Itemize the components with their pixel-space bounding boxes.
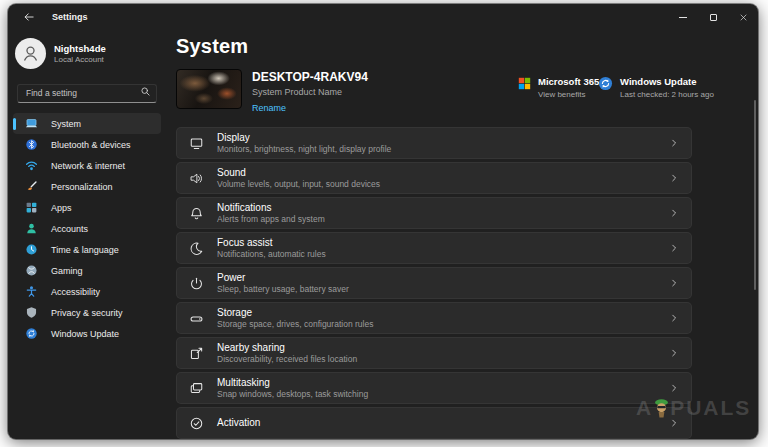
system-icon [25, 117, 38, 130]
personalization-icon [25, 180, 38, 193]
display-icon [189, 136, 204, 151]
chevron-right-icon [669, 278, 679, 288]
windows-update-icon [25, 327, 38, 340]
last-checked-status: Last checked: 2 hours ago [620, 90, 714, 99]
notifications-icon [189, 206, 204, 221]
settings-row-nearby-sharing[interactable]: Nearby sharing Discoverability, received… [176, 337, 692, 369]
search-input[interactable] [17, 84, 157, 103]
settings-row-description: Alerts from apps and system [217, 214, 325, 224]
microsoft-365-block[interactable]: Microsoft 365 View benefits [518, 76, 599, 99]
sidebar: Nightsh4de Local Account System [8, 30, 166, 439]
settings-row-title: Notifications [217, 202, 325, 213]
chevron-right-icon [669, 383, 679, 393]
ms365-title: Microsoft 365 [538, 76, 599, 87]
settings-row-title: Sound [217, 167, 380, 178]
settings-row-storage[interactable]: Storage Storage space, drives, configura… [176, 302, 692, 334]
titlebar: Settings [8, 4, 758, 30]
sidebar-item-label: Personalization [51, 182, 113, 192]
sidebar-item-gaming[interactable]: Gaming [13, 260, 161, 281]
close-icon [739, 13, 748, 22]
device-product-name: System Product Name [252, 87, 368, 97]
sidebar-item-system[interactable]: System [13, 113, 161, 134]
chevron-right-icon [669, 313, 679, 323]
settings-row-notifications[interactable]: Notifications Alerts from apps and syste… [176, 197, 692, 229]
user-account[interactable]: Nightsh4de Local Account [15, 38, 166, 69]
sidebar-item-label: Windows Update [51, 329, 119, 339]
minimize-icon [679, 17, 687, 18]
settings-row-title: Focus assist [217, 237, 326, 248]
settings-row-description: Discoverability, received files location [217, 354, 357, 364]
chevron-right-icon [669, 208, 679, 218]
gaming-icon [25, 264, 38, 277]
sidebar-item-windows-update[interactable]: Windows Update [13, 323, 161, 344]
microsoft-logo-icon [518, 77, 531, 90]
nearby-sharing-icon [189, 346, 204, 361]
accounts-icon [25, 222, 38, 235]
back-arrow-icon[interactable] [23, 11, 35, 23]
device-name: DESKTOP-4RAKV94 [252, 70, 368, 84]
sidebar-nav: System Bluetooth & devices Network & int… [8, 113, 166, 344]
sidebar-item-apps[interactable]: Apps [13, 197, 161, 218]
settings-row-description: Storage space, drives, configuration rul… [217, 319, 373, 329]
windows-update-block[interactable]: Windows Update Last checked: 2 hours ago [598, 76, 714, 99]
maximize-button[interactable] [698, 4, 728, 30]
chevron-right-icon [669, 173, 679, 183]
sidebar-item-personalization[interactable]: Personalization [13, 176, 161, 197]
device-header: DESKTOP-4RAKV94 System Product Name Rena… [176, 69, 692, 109]
account-type: Local Account [54, 55, 106, 64]
sidebar-item-label: Bluetooth & devices [51, 140, 131, 150]
page-title: System [176, 35, 758, 58]
sidebar-item-label: Privacy & security [51, 308, 123, 318]
chevron-right-icon [669, 243, 679, 253]
activation-icon [189, 416, 204, 431]
sidebar-item-time-language[interactable]: Time & language [13, 239, 161, 260]
focus-assist-icon [189, 241, 204, 256]
sidebar-item-accounts[interactable]: Accounts [13, 218, 161, 239]
accessibility-icon [25, 285, 38, 298]
user-name: Nightsh4de [54, 43, 106, 54]
bluetooth-icon [25, 138, 38, 151]
sidebar-item-network-internet[interactable]: Network & internet [13, 155, 161, 176]
sidebar-item-privacy-security[interactable]: Privacy & security [13, 302, 161, 323]
window-title: Settings [52, 12, 88, 22]
avatar [15, 38, 46, 69]
desktop-background: Settings Nightsh4de Local Account [0, 0, 768, 447]
settings-row-title: Nearby sharing [217, 342, 357, 353]
settings-row-description: Volume levels, output, input, sound devi… [217, 179, 380, 189]
settings-row-description: Sleep, battery usage, battery saver [217, 284, 349, 294]
settings-row-focus-assist[interactable]: Focus assist Notifications, automatic ru… [176, 232, 692, 264]
settings-row-activation[interactable]: Activation [176, 407, 692, 439]
minimize-button[interactable] [668, 4, 698, 30]
storage-icon [189, 311, 204, 326]
scrollbar[interactable] [754, 100, 756, 290]
settings-row-description: Notifications, automatic rules [217, 249, 326, 259]
settings-list: Display Monitors, brightness, night ligh… [176, 127, 692, 439]
settings-row-title: Power [217, 272, 349, 283]
chevron-right-icon [669, 418, 679, 428]
sidebar-item-label: Gaming [51, 266, 83, 276]
settings-row-display[interactable]: Display Monitors, brightness, night ligh… [176, 127, 692, 159]
window-controls [668, 4, 758, 30]
ms365-view-benefits[interactable]: View benefits [538, 90, 599, 99]
settings-row-power[interactable]: Power Sleep, battery usage, battery save… [176, 267, 692, 299]
sidebar-item-bluetooth-devices[interactable]: Bluetooth & devices [13, 134, 161, 155]
settings-row-multitasking[interactable]: Multitasking Snap windows, desktops, tas… [176, 372, 692, 404]
windows-update-title: Windows Update [620, 76, 714, 87]
sidebar-item-accessibility[interactable]: Accessibility [13, 281, 161, 302]
windows-update-badge-icon [598, 76, 613, 91]
sidebar-item-label: System [51, 119, 81, 129]
settings-row-title: Storage [217, 307, 373, 318]
rename-link[interactable]: Rename [252, 103, 286, 113]
settings-window: Settings Nightsh4de Local Account [8, 4, 758, 439]
main-pane: System DESKTOP-4RAKV94 System Product Na… [166, 30, 758, 439]
search-icon [140, 86, 151, 97]
settings-row-sound[interactable]: Sound Volume levels, output, input, soun… [176, 162, 692, 194]
settings-row-description: Snap windows, desktops, task switching [217, 389, 368, 399]
settings-row-title: Multitasking [217, 377, 368, 388]
search-box [17, 82, 157, 101]
sidebar-item-label: Apps [51, 203, 72, 213]
close-button[interactable] [728, 4, 758, 30]
maximize-icon [710, 14, 717, 21]
sidebar-item-label: Accessibility [51, 287, 100, 297]
sidebar-item-label: Network & internet [51, 161, 125, 171]
